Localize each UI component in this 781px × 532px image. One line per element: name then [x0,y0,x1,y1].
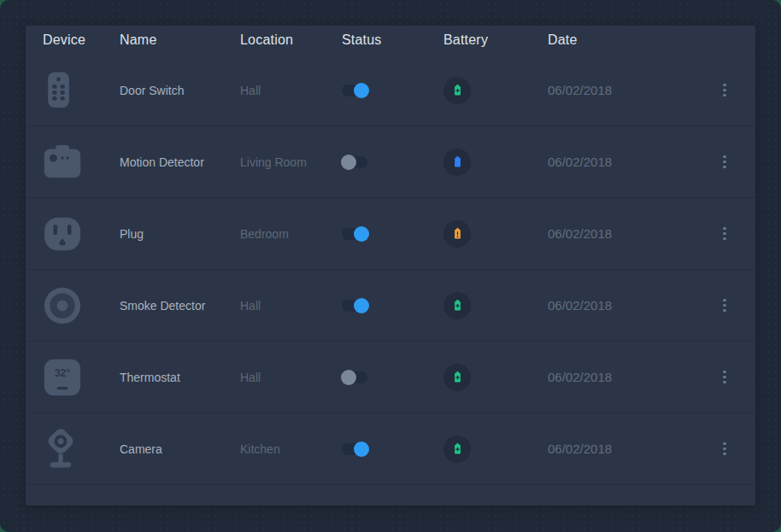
status-toggle[interactable] [342,443,367,455]
battery-status-icon [443,436,471,463]
device-location: Hall [240,84,342,97]
battery-status-icon [443,77,471,104]
table-footer-space [26,485,755,508]
thermostat-icon: 32° [43,358,82,397]
device-date: 06/02/2018 [548,155,716,169]
app-background: Device Name Location Status Battery Date… [0,0,781,532]
device-date: 06/02/2018 [548,298,716,313]
battery-status-icon [443,292,471,319]
table-row: Door Switch Hall [26,55,755,126]
device-location: Hall [240,371,342,384]
device-name: Door Switch [120,84,240,97]
device-location: Hall [240,299,342,313]
toggle-knob [341,155,356,170]
toggle-knob [354,298,369,313]
battery-status-icon [443,364,471,391]
device-location: Kitchen [240,442,342,456]
smoke-detector-icon [43,286,82,325]
device-location: Living Room [240,155,342,169]
table-row: Motion Detector Living Room [26,126,755,198]
table-row: 32° Thermostat Hall [26,342,755,413]
door-switch-icon [43,70,74,111]
kebab-menu-icon[interactable] [716,437,733,461]
device-name: Plug [120,227,240,241]
toggle-knob [354,83,369,98]
motion-detector-icon [43,144,82,179]
plug-icon [43,216,82,252]
table-header-row: Device Name Location Status Battery Date [26,26,755,55]
device-name: Motion Detector [120,155,240,169]
kebab-menu-icon[interactable] [716,294,733,318]
camera-icon [43,426,79,471]
status-toggle[interactable] [342,85,367,96]
column-header-name: Name [120,32,240,48]
device-location: Bedroom [240,227,342,241]
status-toggle[interactable] [342,371,367,383]
column-header-status: Status [342,32,443,48]
column-header-device: Device [43,32,120,48]
toggle-knob [354,226,369,242]
device-date: 06/02/2018 [548,226,716,241]
battery-status-icon [443,149,471,176]
device-date: 06/02/2018 [548,441,716,456]
table-row: Plug Bedroom 06 [26,198,755,270]
status-toggle[interactable] [342,156,367,168]
toggle-knob [341,370,356,385]
column-header-battery: Battery [443,32,548,48]
device-table-card: Device Name Location Status Battery Date… [26,26,755,506]
table-body: Door Switch Hall [26,55,755,485]
kebab-menu-icon[interactable] [716,222,733,246]
kebab-menu-icon[interactable] [716,365,733,389]
toggle-knob [354,441,369,457]
battery-status-icon [443,220,471,248]
column-header-location: Location [240,32,342,48]
device-date: 06/02/2018 [548,83,716,97]
table-row: Camera Kitchen [26,413,755,485]
table-row: Smoke Detector Hall [26,270,755,342]
device-name: Thermostat [120,371,240,384]
device-name: Smoke Detector [120,299,240,313]
device-name: Camera [120,442,240,456]
status-toggle[interactable] [342,228,367,240]
status-toggle[interactable] [342,300,367,312]
device-date: 06/02/2018 [548,370,716,384]
column-header-date: Date [548,32,716,48]
kebab-menu-icon[interactable] [716,79,733,102]
kebab-menu-icon[interactable] [716,150,733,174]
svg-text:32°: 32° [55,367,70,379]
